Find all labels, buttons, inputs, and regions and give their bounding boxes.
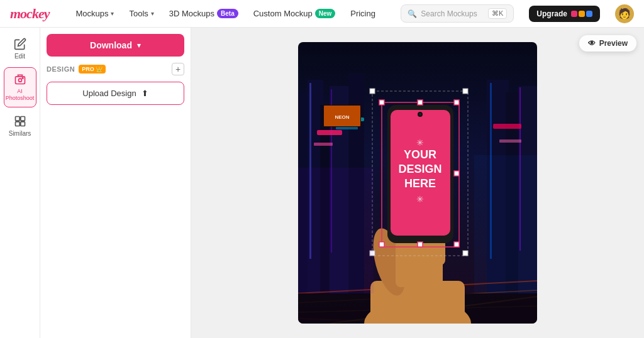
svg-rect-55 xyxy=(379,242,384,247)
svg-text:DESIGN: DESIGN xyxy=(398,163,441,175)
svg-rect-65 xyxy=(298,168,374,293)
svg-point-46 xyxy=(419,113,421,116)
svg-text:✳: ✳ xyxy=(416,194,424,204)
panel: Download ▾ DESIGN PRO 👑 + Upload Design … xyxy=(40,28,191,338)
svg-rect-54 xyxy=(454,100,459,105)
pro-badge: PRO 👑 xyxy=(79,65,106,74)
svg-rect-25 xyxy=(336,127,358,129)
svg-rect-59 xyxy=(418,242,423,247)
tools-chevron-icon: ▾ xyxy=(151,10,154,17)
pro-crown-icon: 👑 xyxy=(96,66,103,72)
nav-tools[interactable]: Tools ▾ xyxy=(123,5,160,22)
search-bar[interactable]: 🔍 Search Mockups ⌘K xyxy=(401,4,514,23)
add-design-button[interactable]: + xyxy=(172,63,184,75)
svg-rect-5 xyxy=(15,121,19,126)
sidebar-item-similars[interactable]: Similars xyxy=(4,110,36,142)
nav-mockups[interactable]: Mockups ▾ xyxy=(69,5,120,22)
canvas-area: 👁 Preview xyxy=(191,28,644,338)
upgrade-label: Upgrade xyxy=(536,9,567,18)
svg-point-2 xyxy=(22,78,23,79)
similars-icon xyxy=(14,115,26,128)
download-label: Download xyxy=(90,40,132,50)
svg-rect-22 xyxy=(493,124,521,129)
upgrade-icons xyxy=(571,11,592,17)
svg-rect-23 xyxy=(499,139,521,143)
download-chevron-icon: ▾ xyxy=(137,41,141,50)
navbar: mockey Mockups ▾ Tools ▾ 3D Mockups Beta… xyxy=(0,0,644,28)
svg-rect-4 xyxy=(20,116,25,121)
upgrade-dot-red xyxy=(571,11,577,17)
search-shortcut: ⌘K xyxy=(488,8,507,19)
nav-pricing[interactable]: Pricing xyxy=(344,5,382,22)
search-icon: 🔍 xyxy=(408,9,417,18)
nav-custom-label: Custom Mockup xyxy=(253,9,313,18)
new-badge: New xyxy=(315,9,336,18)
upgrade-dot-yellow xyxy=(579,11,585,17)
svg-text:✳: ✳ xyxy=(416,138,424,148)
upload-design-button[interactable]: Upload Design ⬆ xyxy=(47,82,184,105)
nav-custom-mockup[interactable]: Custom Mockup New xyxy=(247,5,341,22)
preview-label: Preview xyxy=(599,39,628,48)
svg-rect-62 xyxy=(463,89,468,94)
svg-text:YOUR: YOUR xyxy=(404,148,436,161)
svg-rect-57 xyxy=(418,100,423,105)
design-label: DESIGN xyxy=(47,65,75,73)
ai-photoshoot-icon xyxy=(14,73,26,85)
nav-pricing-label: Pricing xyxy=(350,9,375,18)
svg-point-1 xyxy=(18,79,21,82)
eye-icon: 👁 xyxy=(588,39,596,48)
svg-text:HERE: HERE xyxy=(404,177,436,190)
nav-tools-label: Tools xyxy=(129,9,148,18)
svg-rect-66 xyxy=(474,155,537,293)
svg-rect-58 xyxy=(454,171,459,176)
search-placeholder: Search Mockups xyxy=(421,9,477,18)
svg-rect-64 xyxy=(463,251,468,256)
mockups-chevron-icon: ▾ xyxy=(111,10,114,17)
svg-rect-56 xyxy=(454,242,459,247)
preview-button[interactable]: 👁 Preview xyxy=(579,35,636,52)
svg-text:NEON: NEON xyxy=(335,114,349,120)
download-button[interactable]: Download ▾ xyxy=(47,34,184,57)
city-background: NEON xyxy=(298,42,537,324)
svg-rect-61 xyxy=(370,89,375,94)
upload-icon: ⬆ xyxy=(142,89,148,98)
upgrade-button[interactable]: Upgrade xyxy=(529,6,600,22)
svg-rect-21 xyxy=(314,143,333,146)
sidebar-item-ai-photoshoot[interactable]: AIPhotoshoot xyxy=(4,67,36,107)
upgrade-dot-blue xyxy=(586,11,592,17)
beta-badge: Beta xyxy=(217,9,238,18)
edit-icon xyxy=(14,38,26,50)
upload-design-label: Upload Design xyxy=(82,89,136,98)
ai-photoshoot-label: AIPhotoshoot xyxy=(6,88,35,102)
nav-mockups-label: Mockups xyxy=(75,9,108,18)
nav-3d-mockups[interactable]: 3D Mockups Beta xyxy=(163,5,245,22)
edit-label: Edit xyxy=(14,53,25,60)
design-header-row: DESIGN PRO 👑 + xyxy=(47,63,184,75)
nav-links: Mockups ▾ Tools ▾ 3D Mockups Beta Custom… xyxy=(69,5,386,22)
similars-label: Similars xyxy=(9,130,31,137)
svg-rect-20 xyxy=(317,130,342,135)
nav-3d-label: 3D Mockups xyxy=(169,9,214,18)
svg-rect-3 xyxy=(15,116,19,121)
svg-rect-53 xyxy=(379,100,384,105)
logo[interactable]: mockey xyxy=(10,6,49,22)
svg-rect-6 xyxy=(20,121,25,126)
mockup-container: NEON xyxy=(298,42,537,324)
main-layout: Edit AIPhotoshoot Similars xyxy=(0,28,644,338)
icon-sidebar: Edit AIPhotoshoot Similars xyxy=(0,28,40,338)
avatar[interactable]: 🧑 xyxy=(615,4,634,23)
sidebar-item-edit[interactable]: Edit xyxy=(4,33,36,65)
svg-rect-36 xyxy=(370,281,465,324)
